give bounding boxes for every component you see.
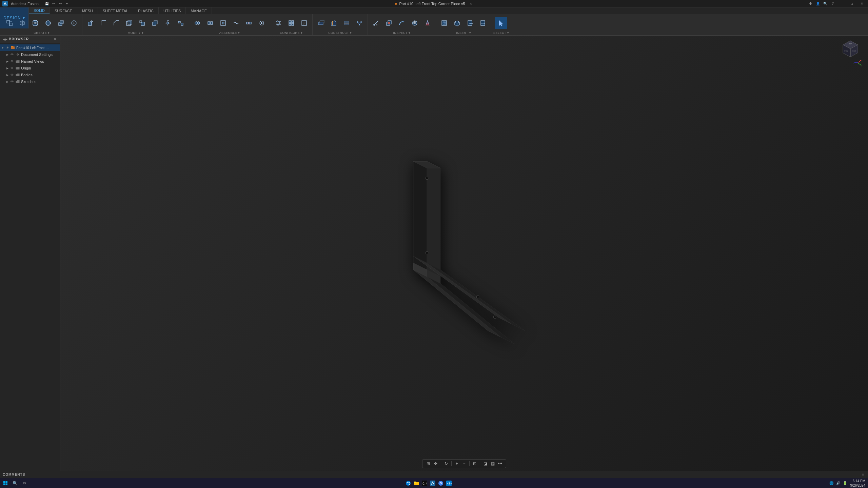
tree-item-named-views[interactable]: ▶ 👁 Named Views [0, 58, 60, 65]
motion-link-btn[interactable] [230, 17, 242, 29]
press-pull-btn[interactable] [84, 17, 97, 29]
tab-surface[interactable]: SURFACE [50, 7, 77, 14]
minimize-button[interactable]: — [837, 1, 846, 7]
title-close-btn[interactable]: ✕ [469, 1, 473, 6]
plane-at-angle-btn[interactable] [328, 17, 340, 29]
view-cube[interactable]: TOP RIGHT FRONT x y z [837, 40, 864, 67]
plane-through-btn[interactable] [353, 17, 366, 29]
taskbar-edge-btn[interactable] [405, 480, 412, 487]
tree-action-settings[interactable]: ⚙ [50, 46, 54, 50]
settings-icon[interactable]: ⚙ [807, 1, 814, 6]
system-clock[interactable]: 6:14 PM 9/26/2024 [850, 479, 866, 488]
interference-btn[interactable] [383, 17, 395, 29]
box-btn[interactable] [16, 17, 28, 29]
vp-zoom-in-btn[interactable]: + [454, 461, 460, 467]
vp-more-btn[interactable]: ••• [497, 461, 503, 467]
close-button[interactable]: ✕ [857, 1, 867, 7]
viewport[interactable]: TOP RIGHT FRONT x y z ⊞ ✥ ↻ [60, 36, 868, 471]
new-component-btn[interactable] [3, 17, 16, 29]
insert-mesh-btn[interactable] [451, 17, 463, 29]
vp-display-mode-btn[interactable]: ▨ [490, 461, 496, 467]
search-icon[interactable]: 🔍 [822, 1, 829, 6]
help-icon[interactable]: ? [829, 1, 836, 6]
vp-grid-btn[interactable]: ⊞ [425, 461, 431, 467]
measure-btn[interactable]: m [370, 17, 382, 29]
vp-orbit-btn[interactable]: ↻ [443, 461, 449, 467]
move-btn[interactable] [162, 17, 174, 29]
vp-pan-btn[interactable]: ✥ [433, 461, 439, 467]
vp-perspective-btn[interactable]: ◪ [482, 461, 488, 467]
zebra-btn[interactable] [409, 17, 421, 29]
tab-sheet-metal[interactable]: SHEET METAL [98, 7, 133, 14]
visibility-icon[interactable]: 👁 [5, 45, 9, 50]
chamfer-btn[interactable] [110, 17, 122, 29]
midplane-btn[interactable] [340, 17, 353, 29]
tree-expand-document[interactable]: ▼ [1, 46, 5, 50]
save-btn[interactable]: 💾 [44, 1, 50, 6]
variants-btn[interactable] [285, 17, 297, 29]
taskbar-fusion-btn[interactable] [429, 480, 436, 487]
rigid-group-btn[interactable] [204, 17, 216, 29]
tab-plastic[interactable]: PLASTIC [133, 7, 159, 14]
rules-btn[interactable] [298, 17, 310, 29]
tray-network-icon[interactable]: 🌐 [829, 481, 834, 486]
joint-btn[interactable] [191, 17, 203, 29]
select-btn[interactable] [495, 17, 507, 29]
tab-manage[interactable]: MANAGE [186, 7, 212, 14]
insert-dxf-btn[interactable]: DXF [477, 17, 489, 29]
tree-item-bodies[interactable]: ▶ 👁 Bodies [0, 72, 60, 78]
visibility-icon-3[interactable]: 👁 [9, 59, 14, 64]
insert-svg-btn[interactable]: SVG [464, 17, 476, 29]
parameters-btn[interactable] [272, 17, 284, 29]
tree-expand-doc-settings[interactable]: ▶ [5, 53, 9, 57]
tree-item-origin[interactable]: ▶ 👁 Origin [0, 65, 60, 72]
enable-contact-btn[interactable] [243, 17, 255, 29]
cylinder-btn[interactable] [29, 17, 41, 29]
create-more-btn[interactable] [68, 17, 80, 29]
tab-solid[interactable]: SOLID [29, 7, 50, 14]
browser-close-btn[interactable]: ✕ [53, 37, 57, 42]
taskbar-vscode-btn[interactable]: </> [445, 480, 453, 487]
as-built-joint-btn[interactable] [217, 17, 229, 29]
task-view-btn[interactable]: ⧉ [20, 479, 28, 487]
visibility-icon-2[interactable]: 👁 [9, 52, 14, 57]
align-btn[interactable] [175, 17, 187, 29]
tree-expand-bodies[interactable]: ▶ [5, 73, 9, 77]
tray-battery-icon[interactable]: 🔋 [842, 481, 848, 486]
undo-btn[interactable]: ↩ [51, 1, 56, 6]
account-icon[interactable]: 👤 [814, 1, 821, 6]
maximize-button[interactable]: □ [847, 1, 856, 7]
tree-expand-origin[interactable]: ▶ [5, 66, 9, 70]
curvature-btn[interactable] [396, 17, 408, 29]
tree-expand-named-views[interactable]: ▶ [5, 59, 9, 63]
extrude-btn[interactable] [55, 17, 67, 29]
tab-utilities[interactable]: UTILITIES [159, 7, 186, 14]
visibility-icon-5[interactable]: 👁 [9, 73, 14, 77]
redo-btn[interactable]: ↪ [58, 1, 63, 6]
search-taskbar-btn[interactable]: 🔍 [11, 479, 19, 487]
tree-item-document-settings[interactable]: ▶ 👁 ⚙ Document Settings [0, 51, 60, 58]
scale-btn[interactable] [136, 17, 148, 29]
tree-item-document[interactable]: ▼ 👁 Part #10 Left Front Top Corne... ⚙ ✕ [0, 44, 60, 51]
offset-plane-btn[interactable] [315, 17, 327, 29]
taskbar-chrome-btn[interactable] [437, 480, 445, 487]
tree-item-sketches[interactable]: ▶ 👁 Sketches [0, 78, 60, 85]
visibility-icon-6[interactable]: 👁 [9, 79, 14, 84]
visibility-icon-4[interactable]: 👁 [9, 66, 14, 70]
shell-btn[interactable] [123, 17, 135, 29]
vp-zoom-out-btn[interactable]: − [461, 461, 467, 467]
viewport-canvas[interactable]: TOP RIGHT FRONT x y z ⊞ ✥ ↻ [60, 36, 868, 471]
taskbar-explorer-btn[interactable] [413, 480, 420, 487]
tree-action-close[interactable]: ✕ [55, 46, 59, 50]
draft-analysis-btn[interactable] [421, 17, 434, 29]
vp-fit-btn[interactable]: ⊡ [472, 461, 478, 467]
qa-more-btn[interactable]: ▾ [64, 1, 70, 6]
sphere-btn[interactable] [42, 17, 54, 29]
tray-volume-icon[interactable]: 🔊 [835, 481, 841, 486]
fillet-btn[interactable] [97, 17, 110, 29]
decal-btn[interactable] [438, 17, 450, 29]
comments-close-btn[interactable]: ✕ [861, 472, 865, 477]
taskbar-cmd-btn[interactable]: C:\ [421, 480, 428, 487]
start-btn[interactable] [1, 479, 9, 487]
tab-mesh[interactable]: MESH [77, 7, 98, 14]
